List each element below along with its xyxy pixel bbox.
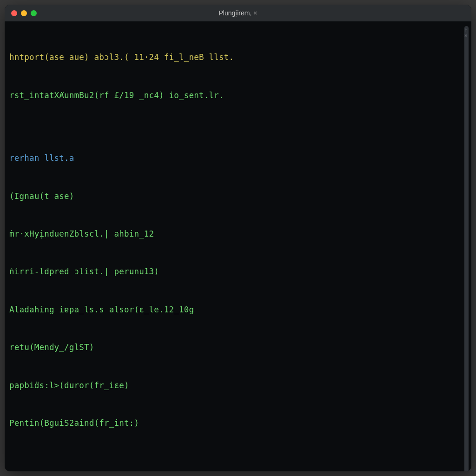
- terminal-line: retu(Mendy_/glST): [9, 341, 463, 354]
- terminal-line: Pentin(BguiS2aind(fr_int:): [9, 417, 463, 430]
- scrollbar[interactable]: ⇡ ✕: [464, 26, 469, 471]
- terminal-line: Aladahing iɐpa_ls.s alsor(ɛ_le.12_10g: [9, 304, 463, 316]
- scrollbar-thumb[interactable]: [464, 26, 469, 471]
- terminal-content[interactable]: hntport(ase aue) abɔl3.( 11·24 fi_l_neB …: [9, 26, 463, 471]
- terminal-line: ṁr·xHyịnduenZblscl.| ahbin_12: [9, 228, 463, 240]
- scroll-indicator-icon: ⇡ ✕: [464, 27, 468, 38]
- terminal-window: Plungịirem,× hntport(ase aue) abɔl3.( 11…: [5, 5, 471, 471]
- tab-close-icon[interactable]: ×: [253, 9, 257, 17]
- terminal-line: (Ignau(t ase): [9, 190, 463, 203]
- minimize-window-button[interactable]: [21, 10, 27, 16]
- traffic-lights: [5, 10, 37, 16]
- close-window-button[interactable]: [11, 10, 17, 16]
- titlebar[interactable]: Plungịirem,×: [5, 5, 471, 21]
- maximize-window-button[interactable]: [31, 10, 37, 16]
- window-title: Plungịirem,×: [5, 9, 471, 17]
- terminal-line: ṅirri-ldpred ɔlist.| perunu13): [9, 265, 463, 278]
- terminal-line: papbiḋs:l>(duror(fr_iɛe): [9, 379, 463, 392]
- terminal-line: hntport(ase aue) abɔl3.( 11·24 fi_l_neB …: [9, 51, 463, 64]
- terminal-line: rst_intatXȺunmBu2(rf £/19 _nc4) io_sent.…: [9, 89, 463, 102]
- terminal-line: rerhan llst.a: [9, 152, 463, 165]
- window-title-text: Plungịirem,: [218, 9, 251, 17]
- terminal-body[interactable]: hntport(ase aue) abɔl3.( 11·24 fi_l_neB …: [5, 21, 471, 471]
